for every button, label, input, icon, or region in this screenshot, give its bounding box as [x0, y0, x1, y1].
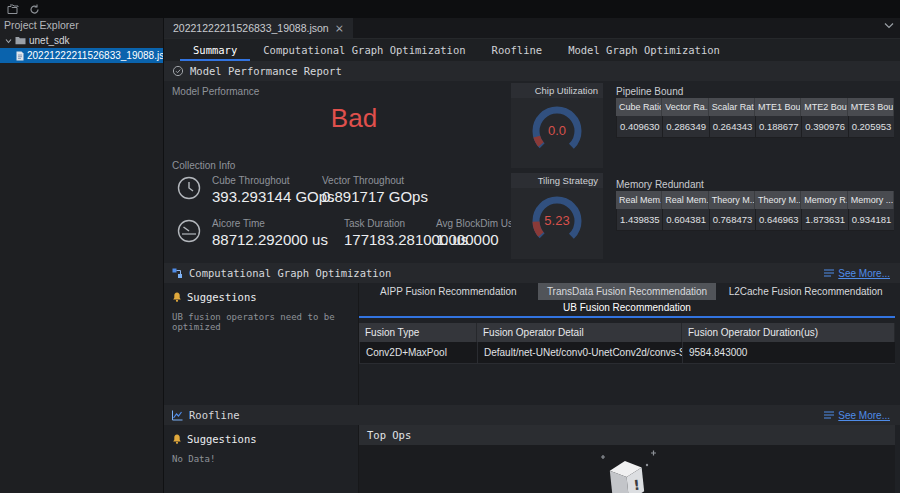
tree-file-label: 20221222211526833_19088.json	[27, 50, 163, 61]
top-ops-empty-state: !	[359, 445, 895, 493]
column-header: Real Mem...	[662, 191, 708, 209]
list-icon	[824, 411, 834, 419]
fusion-duration-link[interactable]: 9584.843000	[682, 342, 895, 364]
model-performance-label: Model Performance	[172, 86, 259, 97]
ub-fusion-table: Fusion Type Fusion Operator Detail Fusio…	[359, 323, 895, 364]
column-header: Fusion Operator Detail	[477, 323, 682, 342]
fusion-detail-cell: Default/net-UNet/conv0-UnetConv2d/convs-…	[477, 342, 682, 364]
tree-folder-label: unet_sdk	[29, 35, 70, 46]
chip-utilization-value: 0.0	[511, 123, 603, 138]
graph-opt-section-header: Computational Graph Optimization See Mor…	[164, 263, 900, 283]
column-header: Theory M...	[755, 191, 801, 209]
roofline-see-more-link[interactable]: See More...	[824, 410, 892, 421]
column-header: Cube Ratio	[616, 98, 662, 116]
tab-computational-graph-optimization[interactable]: Computational Graph Optimization	[250, 39, 478, 61]
folder-icon	[15, 36, 26, 45]
report-title: Model Performance Report	[190, 65, 342, 77]
top-ops-title: Top Ops	[359, 425, 895, 445]
project-explorer: Project Explorer unet_sdk 20221222211526…	[0, 18, 164, 493]
tab-ub-fusion-active[interactable]: UB Fusion Recommendation	[359, 300, 895, 318]
table-cell: 0.934181	[848, 209, 894, 231]
graph-opt-body: Suggestions UB fusion operators need to …	[164, 283, 900, 405]
column-header: MTE3 Bou...	[848, 98, 894, 116]
chip-utilization-gauge: 0.0	[511, 98, 603, 162]
tiling-strategy-label: Tiling Strategy	[511, 173, 603, 188]
table-cell: 0.188677	[755, 116, 801, 138]
graph-opt-see-more-link[interactable]: See More...	[824, 268, 892, 279]
table-cell: 0.604381	[662, 209, 708, 231]
clock-icon	[176, 175, 202, 201]
column-header: Fusion Operator Duration(us)	[682, 323, 895, 342]
chevron-down-icon[interactable]	[5, 38, 12, 44]
roofline-icon	[172, 410, 183, 421]
collection-info-label: Collection Info	[172, 160, 235, 171]
roofline-title: Roofline	[189, 409, 240, 421]
roofline-suggestions: Suggestions No Data!	[164, 425, 359, 493]
column-header: Fusion Type	[359, 323, 477, 342]
tab-transdata-fusion[interactable]: TransData Fusion Recommendation	[538, 283, 717, 300]
tab-roofline[interactable]: Roofline	[479, 39, 556, 61]
aicore-time-value: 88712.292000 us	[212, 231, 328, 248]
tree-folder-unet-sdk[interactable]: unet_sdk	[0, 33, 163, 48]
tab-l2cache-fusion[interactable]: L2Cache Fusion Recommendation	[716, 283, 895, 300]
speedometer-icon	[176, 218, 202, 244]
roofline-section-header: Roofline See More...	[164, 405, 900, 425]
column-header: Real Mem...	[616, 191, 662, 209]
suggestions-label: Suggestions	[187, 433, 257, 445]
report-section-header: Model Performance Report	[164, 61, 900, 81]
vector-throughput-value: 0.891717 GOps	[322, 188, 428, 205]
tiling-strategy-value: 5.23	[511, 213, 603, 228]
column-header: Scalar Ratio	[709, 98, 755, 116]
bell-icon	[172, 434, 182, 445]
close-icon[interactable]: ⨯	[335, 23, 344, 34]
editor-tabbar: 20221222211526833_19088.json ⨯	[164, 18, 900, 39]
column-header: Memory ...	[848, 191, 894, 209]
column-header: MTE1 Bou...	[755, 98, 801, 116]
aicore-time-label: Aicore Time	[212, 218, 265, 229]
cube-throughput-label: Cube Throughout	[212, 175, 290, 186]
column-header: Theory M...	[709, 191, 755, 209]
open-project-icon[interactable]	[7, 4, 19, 15]
fusion-recommendation-area: AIPP Fusion Recommendation TransData Fus…	[359, 283, 900, 405]
performance-rating: Bad	[304, 103, 404, 134]
window-toolbar	[0, 0, 900, 18]
task-duration-label: Task Duration	[344, 218, 405, 229]
report-nav-tabs: Summary Computational Graph Optimization…	[164, 39, 900, 61]
table-cell: 0.286349	[662, 116, 708, 138]
graph-opt-suggestions: Suggestions UB fusion operators need to …	[164, 283, 359, 405]
refresh-icon[interactable]	[29, 4, 40, 15]
explorer-title: Project Explorer	[0, 18, 163, 33]
fusion-type-cell: Conv2D+MaxPool	[359, 342, 477, 364]
json-file-icon	[16, 51, 24, 61]
tab-aipp-fusion[interactable]: AIPP Fusion Recommendation	[359, 283, 538, 300]
table-cell: 0.409630	[616, 116, 662, 138]
fusion-rec-tabs: AIPP Fusion Recommendation TransData Fus…	[359, 283, 895, 300]
table-cell: 0.646963	[755, 209, 801, 231]
memory-redundant-title: Memory Redundant	[616, 179, 704, 190]
column-header: Memory R...	[801, 191, 847, 209]
vector-throughput-label: Vector Throughout	[322, 175, 404, 186]
report-body: Model Performance Bad Collection Info Cu…	[164, 81, 900, 263]
editor-tab[interactable]: 20221222211526833_19088.json ⨯	[164, 18, 353, 38]
top-ops-panel: Top Ops !	[359, 425, 895, 493]
tab-summary[interactable]: Summary	[180, 39, 250, 61]
column-header: Vector Ra...	[662, 98, 708, 116]
suggestion-text: No Data!	[172, 454, 350, 464]
suggestion-text: UB fusion operators need to be optimized	[172, 312, 350, 332]
cube-throughput-value: 393.293144 GOps	[212, 188, 335, 205]
table-cell: 0.264343	[709, 116, 755, 138]
memory-redundant-table: Real Mem... Real Mem... Theory M... Theo…	[616, 191, 894, 231]
empty-box-illustration: !	[591, 449, 663, 493]
tiling-strategy-panel: Tiling Strategy 5.23	[511, 173, 603, 259]
graph-opt-title: Computational Graph Optimization	[189, 267, 391, 279]
graph-opt-icon	[172, 268, 183, 279]
tree-file-selected[interactable]: 20221222211526833_19088.json	[0, 48, 163, 63]
table-cell: 0.205953	[848, 116, 894, 138]
pipeline-bound-title: Pipeline Bound	[616, 86, 683, 97]
editor-tab-label: 20221222211526833_19088.json	[173, 22, 329, 34]
tab-model-graph-optimization[interactable]: Model Graph Optimization	[555, 39, 733, 61]
avg-blockdim-value: 1.000000	[436, 231, 499, 248]
chip-utilization-label: Chip Utilization	[511, 83, 603, 98]
tab-list-dropdown-icon[interactable]	[884, 22, 894, 29]
tiling-strategy-gauge: 5.23	[511, 188, 603, 252]
